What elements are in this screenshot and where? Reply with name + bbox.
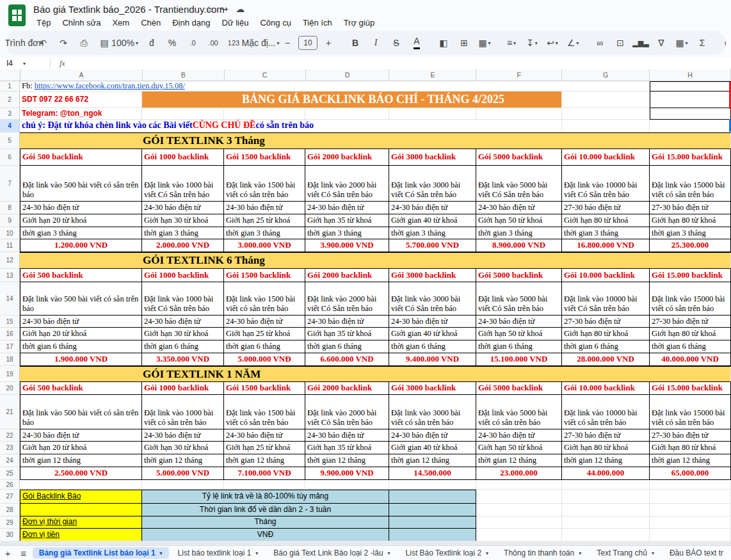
cell-E10[interactable]: thời gian 3 tháng xyxy=(389,227,476,239)
footer-blue-28[interactable] xyxy=(389,504,476,516)
fill-color-button[interactable]: ◧ xyxy=(434,35,453,51)
menu-tiện-ích[interactable]: Tiện ích xyxy=(298,17,337,28)
cell-C8[interactable]: 24-30 báo điện tử xyxy=(224,202,305,214)
strikethrough-button[interactable]: S xyxy=(387,35,406,51)
cell-E7[interactable]: Đặt link vào 3000 bài viết Có Sẵn trên b… xyxy=(389,166,476,202)
row-header-27[interactable]: 27 xyxy=(0,490,20,504)
cell-E8[interactable]: 24-30 báo điện tử xyxy=(389,202,476,214)
cell-H6[interactable]: Gói 15.000 backlink xyxy=(650,149,731,166)
document-title[interactable]: Báo giá Textlink báo_2026 - Trantienduy.… xyxy=(33,4,225,15)
cell-H18[interactable]: 40.000.000 VND xyxy=(650,353,731,366)
functions-button[interactable]: Σ xyxy=(693,35,712,51)
cell-F9[interactable]: Giới hạn 50 từ khoá xyxy=(476,214,562,227)
footer-value-30[interactable]: VNĐ xyxy=(142,529,389,541)
format-currency-button[interactable]: đ xyxy=(142,35,161,51)
cell-B11[interactable]: 2.000.000 VND xyxy=(142,239,224,252)
cell-B22[interactable]: 24-30 báo điện tử xyxy=(142,429,224,442)
cell-A13[interactable]: Gói 500 backlink xyxy=(20,269,142,282)
input-tools-button[interactable]: ê▾ xyxy=(719,35,726,51)
sheet-tab-3[interactable]: Báo giá Text Link Báo loại 2 -lâu▾ xyxy=(267,547,396,559)
cell-G14[interactable]: Đặt link vào 10000 bài viết Có Sẵn trên … xyxy=(562,282,650,316)
cell-A24[interactable]: thời gian 12 tháng xyxy=(20,454,142,467)
cell-E23[interactable]: Giới gian 40 từ khoá xyxy=(389,442,476,454)
cell-empty[interactable] xyxy=(224,480,305,490)
row-header-9[interactable]: 9 xyxy=(0,214,20,227)
cell-H8[interactable]: 27-30 báo điện tử xyxy=(650,202,731,214)
cell-empty[interactable] xyxy=(224,108,305,120)
cell-G16[interactable]: Giới hạn 80 từ khoá xyxy=(562,328,650,340)
cell-A17[interactable]: thời gian 6 tháng xyxy=(20,340,142,353)
column-header-H[interactable]: H xyxy=(650,69,731,81)
text-color-button[interactable]: A xyxy=(407,35,426,51)
cell-G18[interactable]: 28.000.000 VND xyxy=(562,353,650,366)
footer-label-29[interactable]: Đơn vị thời gian xyxy=(20,516,142,529)
cell-H3[interactable] xyxy=(650,108,731,120)
row-header-26[interactable]: 26 xyxy=(0,480,20,490)
cell-B15[interactable]: 24-30 báo điện tử xyxy=(142,316,224,328)
cell-C9[interactable]: Giới hạn 25 từ khoá xyxy=(224,214,305,227)
cell-C14[interactable]: Đặt link vào 1500 bài viết có sẵn trên b… xyxy=(224,282,305,316)
cell-C25[interactable]: 7.100.000 VNĐ xyxy=(224,467,305,480)
cell-F25[interactable]: 23.000.000 xyxy=(476,467,562,480)
cell-C15[interactable]: 24-30 báo điện tử xyxy=(224,316,305,328)
cell-empty[interactable] xyxy=(562,108,650,120)
cell-E13[interactable]: Gói 3000 backlink xyxy=(389,269,476,282)
cell-D16[interactable]: Giới hạn 35 từ khoá xyxy=(305,328,389,340)
cell-B23[interactable]: Giới hạn 30 từ khoá xyxy=(142,442,224,454)
column-header-B[interactable]: B xyxy=(143,69,225,81)
cell-D21[interactable]: Đặt link vào 2000 bài viết Có Sẵn trên b… xyxy=(305,395,389,429)
spreadsheet-grid[interactable]: ABCDEFGH1Fb: https://www.facebook.com/tr… xyxy=(0,69,731,546)
cell-F22[interactable]: 24-30 báo điện tử xyxy=(476,429,562,442)
row-header-15[interactable]: 15 xyxy=(0,316,20,328)
cell-empty[interactable] xyxy=(476,516,562,529)
section-banner[interactable]: GÓI TEXTLINK 3 Tháng xyxy=(20,132,731,149)
cell-G6[interactable]: Gói 10.000 backlink xyxy=(562,149,650,166)
menu-tệp[interactable]: Tệp xyxy=(32,17,55,28)
row-header-1[interactable]: 1 xyxy=(0,81,20,92)
cell-empty[interactable] xyxy=(650,490,731,504)
note-row[interactable]: chú ý: Đặt từ khóa chèn link vào các Bài… xyxy=(20,120,562,132)
sheet-tab-5[interactable]: Thông tin thanh toán▾ xyxy=(497,547,588,559)
cell-E11[interactable]: 5.700.000 VND xyxy=(389,239,476,252)
cell-B21[interactable]: Đặt link vào 1000 bài viết có sẵn trên b… xyxy=(142,395,224,429)
cell-G24[interactable]: thời gian 12 tháng xyxy=(562,454,650,467)
increase-decimals-button[interactable]: .00 xyxy=(204,35,223,51)
cell-H15[interactable]: 27-30 báo điện tử xyxy=(650,316,731,328)
row-header-12[interactable]: 12 xyxy=(0,252,20,269)
cell-empty[interactable] xyxy=(562,480,650,490)
cell-empty[interactable] xyxy=(142,108,224,120)
cell-empty[interactable] xyxy=(142,480,224,490)
cell-empty[interactable] xyxy=(562,516,650,529)
cell-F7[interactable]: Đặt link vào 5000 bài viết Có Sẵn trên b… xyxy=(476,166,562,202)
menu-định-dạng[interactable]: Định dạng xyxy=(168,17,214,28)
cloud-status-icon[interactable]: ☁ xyxy=(236,4,245,14)
cell-F15[interactable]: 24-30 báo điện tử xyxy=(476,316,562,328)
cell-F16[interactable]: Giới hạn 50 từ khoá xyxy=(476,328,562,340)
cell-B17[interactable]: thời gian 6 tháng xyxy=(142,340,224,353)
table-views-button[interactable]: ▦▾ xyxy=(672,35,691,51)
cell-C6[interactable]: Gói 1500 backlink xyxy=(224,149,305,166)
cell-H14[interactable]: Đặt link vào 15000 bài viết có sẵn trên … xyxy=(650,282,731,316)
main-banner[interactable]: BẢNG GIÁ BACKLINK BÁO CHÍ - THÁNG 4/2025 xyxy=(142,92,562,108)
footer-label-27[interactable]: Gói Backlink Báo xyxy=(20,490,142,504)
cell-B9[interactable]: Giới hạn 30 từ khoá xyxy=(142,214,224,227)
sheet-tab-2[interactable]: List báo textlink loại 1▾ xyxy=(172,547,265,559)
cell-D10[interactable]: thời gian 3 tháng xyxy=(305,227,389,239)
cell-G4[interactable] xyxy=(562,120,650,132)
cell-empty[interactable] xyxy=(476,480,562,490)
sheet-tab-6[interactable]: Text Trang chủ▾ xyxy=(590,547,661,559)
font-size-decrease-button[interactable]: − xyxy=(278,35,297,51)
cell-B8[interactable]: 24-30 báo điện tử xyxy=(142,202,224,214)
text-wrap-button[interactable]: ↩▾ xyxy=(543,35,562,51)
row-header-23[interactable]: 23 xyxy=(0,442,20,454)
cell-H4[interactable] xyxy=(650,120,731,132)
cell-A10[interactable]: thời gian 3 tháng xyxy=(20,227,142,239)
cell-F11[interactable]: 8.900.000 VND xyxy=(476,239,562,252)
cell-B13[interactable]: Gói 1000 backlink xyxy=(142,269,224,282)
cell-D13[interactable]: Gói 2000 backlink xyxy=(305,269,389,282)
cell-C20[interactable]: Gói 1500 backlink xyxy=(224,382,305,395)
cell-empty[interactable] xyxy=(562,490,650,504)
cell-H16[interactable]: Giới hạn 80 từ khoá xyxy=(650,328,731,340)
cell-B7[interactable]: Đặt link vào 1000 bài viết Có Sẵn trên b… xyxy=(142,166,224,202)
sheet-tab-7[interactable]: Đầu BÁO text tr xyxy=(663,547,730,559)
